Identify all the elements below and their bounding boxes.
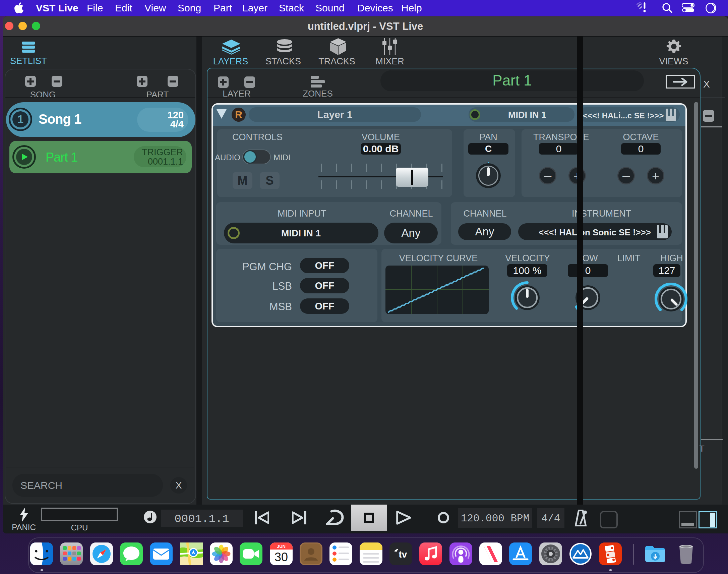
svg-text:30: 30 [274,550,288,564]
svg-text:JUN: JUN [277,544,286,549]
svg-text:tv: tv [399,549,407,560]
